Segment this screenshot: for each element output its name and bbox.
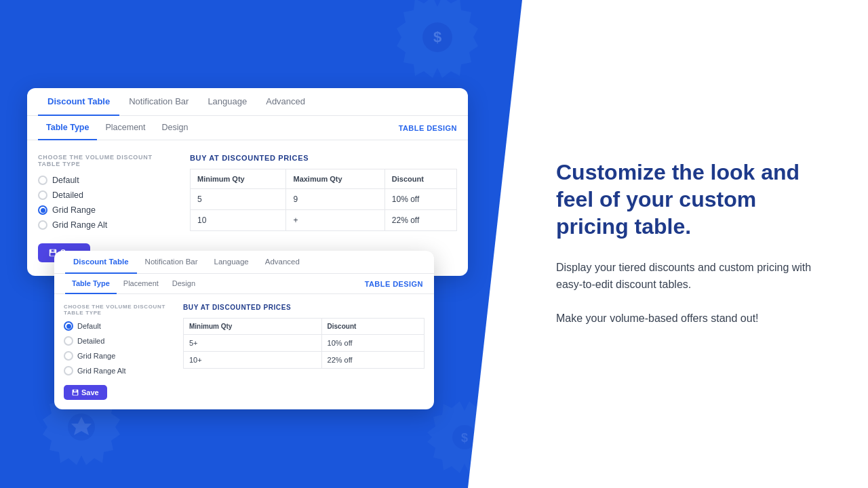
preview-title: BUY AT DISCOUNTED PRICES (190, 154, 457, 162)
sec-table-row: 10+ 22% off (184, 352, 425, 369)
sec-radio-default[interactable]: Default (64, 321, 172, 331)
headline: Customize the look and feel of your cust… (556, 159, 834, 240)
sec-cell-min-1: 5+ (184, 335, 322, 352)
main-sub-tab-bar: Table Type Placement Design TABLE DESIGN (27, 116, 468, 140)
radio-circle-detailed (38, 190, 47, 200)
sec-discount-type-section: CHOOSE THE VOLUME DISCOUNT TABLE TYPE De… (64, 304, 172, 400)
tab-notification-bar[interactable]: Notification Bar (119, 88, 198, 116)
main-tab-bar: Discount Table Notification Bar Language… (27, 88, 468, 116)
sec-radio-grid-range-alt[interactable]: Grid Range Alt (64, 366, 172, 375)
body-text-2: Make your volume-based offers stand out! (556, 310, 834, 327)
sec-table-design-link[interactable]: TABLE DESIGN (365, 280, 423, 288)
sec-price-table: Minimum Qty Discount 5+ 10% off 10+ 22% … (183, 318, 425, 369)
card-secondary: Discount Table Notification Bar Language… (54, 251, 434, 409)
sec-cell-disc-1: 10% off (321, 335, 424, 352)
sec-preview-title: BUY AT DISCOUNTED PRICES (183, 304, 425, 311)
svg-text:$: $ (433, 28, 441, 45)
sec-cell-min-2: 10+ (184, 352, 322, 369)
sec-tab-advanced[interactable]: Advanced (257, 251, 308, 274)
gear-top-right-icon: $ (393, 0, 481, 81)
sec-sub-tab-bar: Table Type Placement Design TABLE DESIGN (54, 274, 434, 294)
sec-radio-circle-detailed (64, 336, 73, 346)
right-panel: Customize the look and feel of your cust… (522, 0, 868, 488)
radio-grid-range[interactable]: Grid Range (38, 205, 174, 215)
radio-default[interactable]: Default (38, 176, 174, 185)
sec-save-button[interactable]: Save (64, 385, 107, 400)
discount-preview: BUY AT DISCOUNTED PRICES Minimum Qty Max… (190, 154, 457, 262)
radio-detailed[interactable]: Detailed (38, 190, 174, 200)
radio-grid-range-alt[interactable]: Grid Range Alt (38, 220, 174, 230)
sec-section-label: CHOOSE THE VOLUME DISCOUNT TABLE TYPE (64, 304, 172, 316)
sub-tab-design[interactable]: Design (154, 116, 197, 140)
section-label: CHOOSE THE VOLUME DISCOUNT TABLE TYPE (38, 154, 174, 167)
radio-circle-grid-range (38, 205, 47, 215)
sec-cell-disc-2: 22% off (321, 352, 424, 369)
sec-radio-circle-grid-range (64, 351, 73, 361)
sec-col-min-qty: Minimum Qty (184, 319, 322, 335)
cell-min-1: 5 (191, 189, 286, 210)
price-table: Minimum Qty Maximum Qty Discount 5 9 10%… (190, 169, 457, 231)
table-row: 5 9 10% off (191, 189, 457, 210)
col-discount: Discount (384, 169, 456, 189)
cell-disc-2: 22% off (384, 210, 456, 231)
col-max-qty: Maximum Qty (286, 169, 384, 189)
gear-bottom-right-icon: $ (427, 400, 502, 474)
sec-tab-language[interactable]: Language (206, 251, 257, 274)
sub-tab-table-type[interactable]: Table Type (38, 116, 97, 140)
sec-radio-detailed[interactable]: Detailed (64, 336, 172, 346)
sec-radio-grid-range[interactable]: Grid Range (64, 351, 172, 361)
table-row: 10 + 22% off (191, 210, 457, 231)
body-text-1: Display your tiered discounts and custom… (556, 259, 834, 293)
left-panel: $ Discount Table Notification Bar Langua… (0, 0, 522, 488)
tab-language[interactable]: Language (198, 88, 256, 116)
sec-radio-circle-grid-range-alt (64, 366, 73, 375)
tab-discount-table[interactable]: Discount Table (38, 88, 119, 116)
sec-card-body: CHOOSE THE VOLUME DISCOUNT TABLE TYPE De… (54, 294, 434, 409)
col-min-qty: Minimum Qty (191, 169, 286, 189)
radio-circle-default (38, 176, 47, 185)
cell-max-1: 9 (286, 189, 384, 210)
sec-sub-tab-placement[interactable]: Placement (117, 274, 165, 294)
table-design-link[interactable]: TABLE DESIGN (399, 124, 457, 132)
sec-tab-bar: Discount Table Notification Bar Language… (54, 251, 434, 274)
sec-sub-tab-table-type[interactable]: Table Type (65, 274, 117, 294)
cell-min-2: 10 (191, 210, 286, 231)
card-main: Discount Table Notification Bar Language… (27, 88, 468, 276)
svg-text:$: $ (461, 431, 468, 445)
sec-radio-group: Default Detailed Grid Range Grid Range A… (64, 321, 172, 375)
cell-max-2: + (286, 210, 384, 231)
cell-disc-1: 10% off (384, 189, 456, 210)
tab-advanced[interactable]: Advanced (256, 88, 315, 116)
sec-radio-circle-default (64, 321, 73, 331)
sec-tab-notification-bar[interactable]: Notification Bar (137, 251, 206, 274)
sec-save-icon (72, 389, 79, 396)
sec-col-discount: Discount (321, 319, 424, 335)
sub-tab-placement[interactable]: Placement (97, 116, 153, 140)
discount-type-section: CHOOSE THE VOLUME DISCOUNT TABLE TYPE De… (38, 154, 174, 262)
sec-discount-preview: BUY AT DISCOUNTED PRICES Minimum Qty Dis… (183, 304, 425, 400)
sec-table-row: 5+ 10% off (184, 335, 425, 352)
sec-tab-discount-table[interactable]: Discount Table (65, 251, 137, 274)
radio-circle-grid-range-alt (38, 220, 47, 230)
sec-sub-tab-design[interactable]: Design (165, 274, 202, 294)
radio-group: Default Detailed Grid Range Grid Range A… (38, 176, 174, 230)
